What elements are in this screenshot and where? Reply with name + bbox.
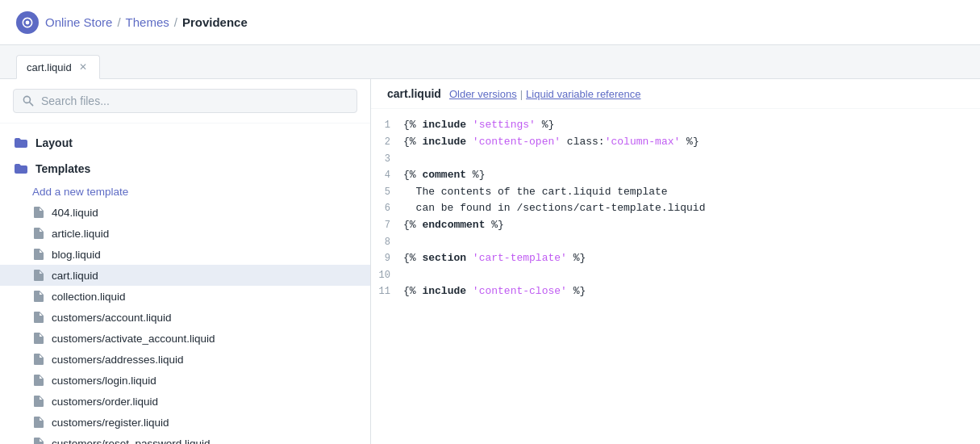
file-item[interactable]: 404.liquid xyxy=(0,202,370,223)
line-content: {% endcomment %} xyxy=(403,217,980,234)
file-item[interactable]: customers/activate_account.liquid xyxy=(0,328,370,349)
line-content: {% include 'content-open' class:'column-… xyxy=(403,134,980,151)
search-input-wrap xyxy=(13,89,357,113)
header: Online Store / Themes / Providence xyxy=(0,0,980,45)
code-line: 3 xyxy=(371,151,980,167)
line-number: 4 xyxy=(371,167,403,183)
tab-label: cart.liquid xyxy=(27,61,72,73)
older-versions-link[interactable]: Older versions xyxy=(449,88,517,100)
file-item[interactable]: customers/account.liquid xyxy=(0,307,370,328)
file-item[interactable]: customers/reset_password.liquid xyxy=(0,433,370,444)
editor-filename: cart.liquid xyxy=(387,87,441,100)
code-line: 6 can be found in /sections/cart-templat… xyxy=(371,200,980,217)
line-number: 5 xyxy=(371,184,403,200)
line-number: 2 xyxy=(371,134,403,150)
breadcrumb-online-store[interactable]: Online Store xyxy=(45,15,112,29)
section-layout[interactable]: Layout xyxy=(0,130,370,156)
file-item[interactable]: customers/addresses.liquid xyxy=(0,349,370,370)
link-sep: | xyxy=(520,88,523,100)
file-name: cart.liquid xyxy=(52,270,98,282)
tab-close-button[interactable]: ✕ xyxy=(77,61,90,73)
file-name: customers/activate_account.liquid xyxy=(52,333,215,345)
add-new-template[interactable]: Add a new template xyxy=(0,182,370,202)
file-item[interactable]: article.liquid xyxy=(0,223,370,244)
line-content: {% comment %} xyxy=(403,167,980,184)
line-number: 1 xyxy=(371,117,403,133)
line-number: 8 xyxy=(371,234,403,250)
breadcrumb-sep-1: / xyxy=(117,15,120,29)
line-number: 6 xyxy=(371,200,403,216)
file-item[interactable]: customers/order.liquid xyxy=(0,391,370,412)
file-name: customers/account.liquid xyxy=(52,312,172,324)
section-templates[interactable]: Templates xyxy=(0,156,370,182)
file-name: customers/order.liquid xyxy=(52,396,158,408)
file-item[interactable]: blog.liquid xyxy=(0,244,370,265)
search-input[interactable] xyxy=(41,94,348,107)
breadcrumb-current: Providence xyxy=(182,15,248,29)
code-line: 5 The contents of the cart.liquid templa… xyxy=(371,184,980,201)
file-name: customers/login.liquid xyxy=(52,375,156,387)
line-content: {% section 'cart-template' %} xyxy=(403,250,980,267)
sidebar: Layout Templates Add a new template 404.… xyxy=(0,79,371,444)
file-icon xyxy=(32,332,45,345)
main: Layout Templates Add a new template 404.… xyxy=(0,79,980,444)
file-tree: Layout Templates Add a new template 404.… xyxy=(0,124,370,444)
line-number: 10 xyxy=(371,267,403,283)
file-icon xyxy=(32,248,45,261)
file-name: 404.liquid xyxy=(52,207,98,219)
line-content: The contents of the cart.liquid template xyxy=(403,184,980,201)
code-line: 7{% endcomment %} xyxy=(371,217,980,234)
editor-header-links: Older versions | Liquid variable referen… xyxy=(449,88,641,100)
code-line: 8 xyxy=(371,234,980,250)
code-line: 4{% comment %} xyxy=(371,167,980,184)
code-line: 9{% section 'cart-template' %} xyxy=(371,250,980,267)
file-icon xyxy=(32,353,45,366)
line-content: can be found in /sections/cart-template.… xyxy=(403,200,980,217)
code-line: 10 xyxy=(371,267,980,283)
line-content: {% include 'settings' %} xyxy=(403,117,980,134)
line-content: {% include 'content-close' %} xyxy=(403,283,980,300)
logo-icon xyxy=(21,16,34,29)
code-lines: 1{% include 'settings' %}2{% include 'co… xyxy=(371,117,980,300)
file-item[interactable]: customers/register.liquid xyxy=(0,412,370,433)
line-number: 7 xyxy=(371,217,403,233)
file-name: customers/reset_password.liquid xyxy=(52,438,211,445)
breadcrumb-themes[interactable]: Themes xyxy=(126,15,169,29)
tab-bar: cart.liquid ✕ xyxy=(0,45,980,79)
folder-icon-templates xyxy=(13,161,29,177)
logo xyxy=(16,11,39,34)
breadcrumb: Online Store / Themes / Providence xyxy=(45,15,248,29)
svg-point-0 xyxy=(26,20,30,24)
line-number: 3 xyxy=(371,151,403,167)
file-name: customers/addresses.liquid xyxy=(52,354,184,366)
file-item[interactable]: collection.liquid xyxy=(0,286,370,307)
line-number: 11 xyxy=(371,283,403,299)
file-icon xyxy=(32,374,45,387)
file-name: customers/register.liquid xyxy=(52,417,169,429)
template-files: 404.liquid article.liquid blog.liquid ca… xyxy=(0,202,370,444)
search-bar xyxy=(0,79,370,124)
file-icon xyxy=(32,395,45,408)
section-templates-label: Templates xyxy=(35,162,90,175)
editor-pane: cart.liquid Older versions | Liquid vari… xyxy=(371,79,980,444)
search-icon xyxy=(22,94,35,107)
code-line: 1{% include 'settings' %} xyxy=(371,117,980,134)
folder-icon-layout xyxy=(13,135,29,151)
breadcrumb-sep-2: / xyxy=(174,15,177,29)
file-name: collection.liquid xyxy=(52,291,126,303)
file-icon xyxy=(32,416,45,429)
file-icon xyxy=(32,206,45,219)
file-icon xyxy=(32,290,45,303)
file-item[interactable]: cart.liquid xyxy=(0,265,370,286)
file-name: blog.liquid xyxy=(52,249,101,261)
liquid-reference-link[interactable]: Liquid variable reference xyxy=(526,88,640,100)
file-item[interactable]: customers/login.liquid xyxy=(0,370,370,391)
file-icon xyxy=(32,311,45,324)
section-layout-label: Layout xyxy=(35,136,73,149)
code-editor[interactable]: 1{% include 'settings' %}2{% include 'co… xyxy=(371,109,980,444)
file-icon xyxy=(32,227,45,240)
tab-cart-liquid[interactable]: cart.liquid ✕ xyxy=(16,55,100,79)
code-line: 11{% include 'content-close' %} xyxy=(371,283,980,300)
add-new-label: Add a new template xyxy=(32,186,128,198)
file-icon xyxy=(32,437,45,444)
